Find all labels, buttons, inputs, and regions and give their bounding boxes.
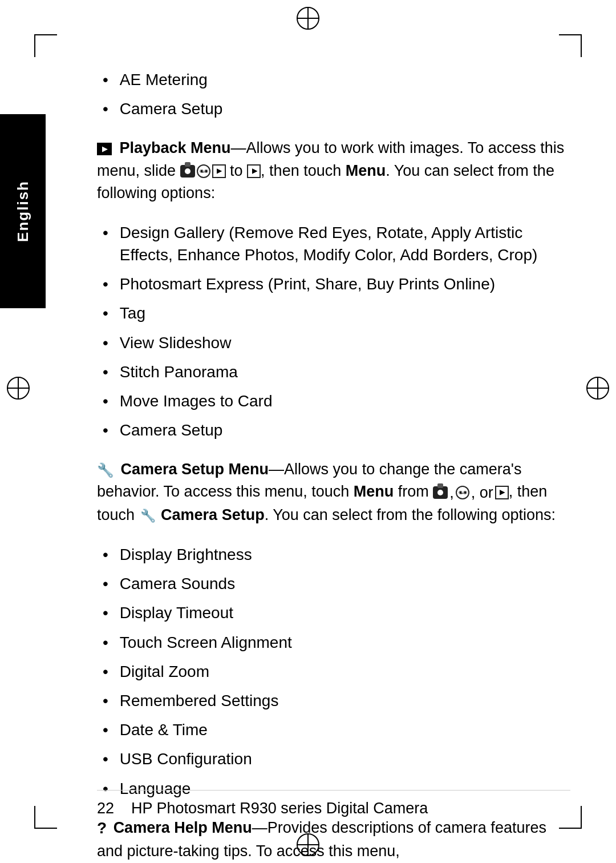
playback-bold-title: Playback Menu (120, 139, 231, 156)
camera-setup-para-text: 🔧 Camera Setup Menu—Allows you to change… (97, 458, 570, 526)
sidebar: English (0, 114, 46, 308)
from-play-icon: ▶ (495, 486, 509, 499)
list-item-text: Camera Setup (120, 419, 223, 441)
camera-slide-icon (180, 165, 195, 178)
list-item-text: Tag (120, 302, 145, 324)
camera-setup-bold-link: Camera Setup (161, 506, 265, 523)
crosshair-left (7, 377, 30, 400)
list-item: Display Brightness (97, 543, 570, 566)
from-icons: , , or ▶ (433, 482, 509, 504)
playback-para-text: ▶ Playback Menu—Allows you to work with … (97, 137, 570, 204)
top-bullet-list: AE Metering Camera Setup (97, 68, 570, 120)
list-item-text: Camera Sounds (120, 572, 235, 595)
footer-title: HP Photosmart R930 series Digital Camera (131, 800, 428, 817)
corner-mark-tr (559, 34, 582, 57)
slide-icons (180, 164, 226, 178)
list-item-text: Digital Zoom (120, 660, 209, 683)
list-item: Digital Zoom (97, 660, 570, 683)
list-item: Date & Time (97, 719, 570, 741)
list-item-text: Display Timeout (120, 602, 233, 624)
wrench-icon-2: 🔧 (140, 507, 156, 525)
list-item-text: Move Images to Card (120, 390, 273, 412)
list-item: Camera Sounds (97, 572, 570, 595)
playback-bullet-list: Design Gallery (Remove Red Eyes, Rotate,… (97, 221, 570, 442)
face-slide-icon (197, 164, 210, 178)
camera-help-para-text: ? Camera Help Menu—Provides descriptions… (97, 817, 570, 862)
list-item-text: Stitch Panorama (120, 361, 238, 383)
list-item-text: Display Brightness (120, 543, 252, 566)
list-item: Tag (97, 302, 570, 324)
playback-menu-para: ▶ Playback Menu—Allows you to work with … (97, 137, 570, 204)
list-item: Design Gallery (Remove Red Eyes, Rotate,… (97, 221, 570, 266)
footer: 22 HP Photosmart R930 series Digital Cam… (97, 790, 570, 817)
list-item: Remembered Settings (97, 689, 570, 712)
wrench-icon: 🔧 (97, 461, 114, 481)
sidebar-language-label: English (14, 180, 32, 242)
list-item: Camera Setup (97, 98, 570, 120)
list-item-text: Remembered Settings (120, 689, 279, 712)
footer-page-number: 22 (97, 800, 114, 817)
playback-icon: ▶ (97, 143, 112, 155)
menu-bold-2: Menu (354, 483, 394, 500)
crosshair-top (297, 7, 319, 30)
camera-setup-bold-title: Camera Setup Menu (121, 461, 269, 478)
question-icon: ? (97, 817, 107, 840)
camera-setup-para: 🔧 Camera Setup Menu—Allows you to change… (97, 458, 570, 526)
list-item-text: USB Configuration (120, 748, 252, 770)
corner-mark-tl (34, 34, 57, 57)
list-item-text: Touch Screen Alignment (120, 631, 292, 654)
camera-setup-dash: — (269, 461, 284, 478)
list-item-text: Design Gallery (Remove Red Eyes, Rotate,… (120, 221, 570, 266)
crosshair-right (586, 377, 609, 400)
main-content: AE Metering Camera Setup ▶ Playback Menu… (97, 68, 570, 772)
play-slide-icon (212, 164, 226, 178)
list-item: AE Metering (97, 68, 570, 91)
playback-dash: — (231, 139, 246, 156)
list-item-text: AE Metering (120, 68, 208, 91)
list-item-text: Date & Time (120, 719, 208, 741)
from-face-icon (456, 486, 469, 499)
camera-help-bold-title: Camera Help Menu (114, 819, 252, 836)
list-item: Display Timeout (97, 602, 570, 624)
corner-mark-bl (34, 806, 57, 829)
camera-help-para: ? Camera Help Menu—Provides descriptions… (97, 817, 570, 862)
list-item-text: View Slideshow (120, 332, 232, 354)
menu-bold-1: Menu (346, 162, 386, 179)
list-item: Move Images to Card (97, 390, 570, 412)
from-camera-icon (433, 486, 448, 499)
camera-help-dash: — (252, 819, 268, 836)
list-item-text: Photosmart Express (Print, Share, Buy Pr… (120, 273, 495, 295)
list-item: View Slideshow (97, 332, 570, 354)
play-dest-icon: ▶ (247, 164, 261, 178)
list-item-text: Camera Setup (120, 98, 223, 120)
list-item: Touch Screen Alignment (97, 631, 570, 654)
list-item: USB Configuration (97, 748, 570, 770)
camera-setup-bullet-list: Display Brightness Camera Sounds Display… (97, 543, 570, 800)
list-item: Camera Setup (97, 419, 570, 441)
list-item: Stitch Panorama (97, 361, 570, 383)
list-item: Photosmart Express (Print, Share, Buy Pr… (97, 273, 570, 295)
